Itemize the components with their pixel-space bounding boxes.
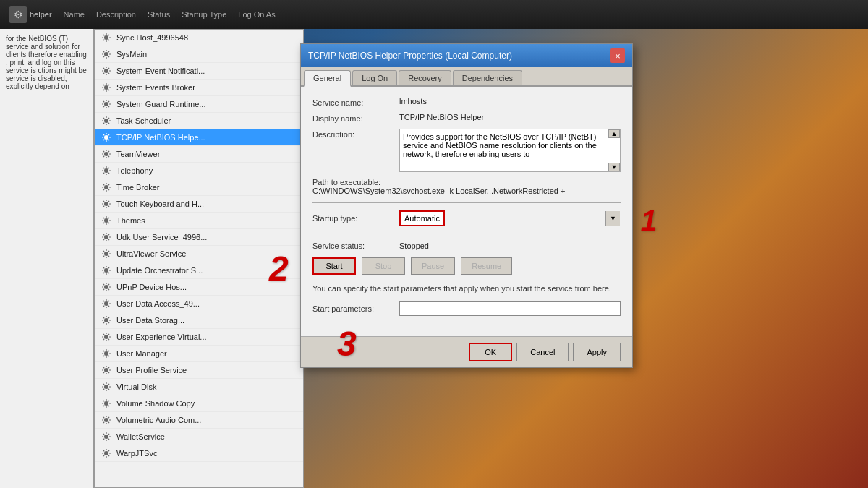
service-gear-icon	[101, 348, 112, 359]
service-gear-icon	[101, 431, 112, 442]
service-list-item[interactable]: WalletService	[95, 429, 303, 445]
svg-point-8	[104, 168, 109, 173]
stop-button[interactable]: Stop	[362, 257, 405, 275]
service-list-item[interactable]: TCP/IP NetBIOS Helpe...	[95, 129, 303, 146]
svg-point-3	[104, 85, 109, 90]
taskbar-item-helper[interactable]: ⚙ helper	[4, 2, 58, 27]
service-list-item[interactable]: TeamViewer	[95, 146, 303, 163]
service-list-item[interactable]: User Experience Virtual...	[95, 329, 303, 346]
service-name-text: Update Orchestrator S...	[116, 266, 203, 275]
tab-dependencies[interactable]: Dependencies	[453, 70, 522, 85]
ok-button[interactable]: OK	[469, 343, 512, 361]
taskbar-top: ⚙ helper Name Description Status Startup…	[0, 0, 868, 29]
service-name-text: UltraViewer Service	[116, 249, 186, 258]
cancel-button[interactable]: Cancel	[516, 343, 569, 361]
service-list-item[interactable]: Time Broker	[95, 179, 303, 196]
service-name-text: Sync Host_4996548	[116, 33, 188, 42]
dialog-tabs: General Log On Recovery Dependencies	[301, 67, 632, 87]
params-input[interactable]	[399, 301, 621, 316]
svg-point-15	[104, 285, 109, 289]
service-list-item[interactable]: User Data Access_49...	[95, 296, 303, 312]
svg-point-21	[104, 385, 109, 389]
properties-dialog: TCP/IP NetBIOS Helper Properties (Local …	[300, 43, 633, 368]
service-list-item[interactable]: System Events Broker	[95, 80, 303, 96]
description-box: Provides support for the NetBIOS over TC…	[399, 129, 621, 172]
service-list-item[interactable]: SysMain	[95, 46, 303, 63]
service-name-label: Service name:	[312, 97, 399, 107]
svg-point-22	[104, 401, 109, 406]
service-list-item[interactable]: WarpJTSvc	[95, 445, 303, 462]
taskbar-col-name: Name	[58, 2, 90, 27]
service-gear-icon	[101, 65, 112, 77]
startup-select[interactable]: Automatic	[399, 210, 445, 226]
dialog-close-button[interactable]: ×	[610, 48, 625, 63]
dialog-content: Service name: lmhosts Display name: TCP/…	[301, 87, 632, 336]
service-gear-icon	[101, 98, 112, 110]
service-name-value: lmhosts	[399, 97, 621, 106]
service-list-item[interactable]: Volume Shadow Copy	[95, 395, 303, 412]
svg-point-18	[104, 335, 109, 339]
service-list-item[interactable]: User Manager	[95, 346, 303, 362]
svg-point-13	[104, 252, 109, 256]
svg-point-0	[104, 35, 109, 40]
service-name-text: Task Scheduler	[116, 116, 171, 125]
description-row: Description: Provides support for the Ne…	[312, 129, 621, 172]
service-gear-icon	[101, 231, 112, 243]
service-gear-icon	[101, 381, 112, 393]
service-list-item[interactable]: User Profile Service	[95, 362, 303, 379]
service-gear-icon	[101, 248, 112, 260]
service-gear-icon	[101, 265, 112, 276]
service-list-item[interactable]: User Data Storag...	[95, 312, 303, 329]
service-name-text: Volume Shadow Copy	[116, 399, 195, 408]
start-button[interactable]: Start	[312, 257, 356, 275]
tab-general[interactable]: General	[304, 70, 351, 87]
startup-row: Startup type: Automatic ▼ 1	[312, 210, 621, 226]
service-name-text: User Profile Service	[116, 366, 187, 374]
service-list-item[interactable]: System Event Notificati...	[95, 63, 303, 80]
service-list-item[interactable]: System Guard Runtime...	[95, 96, 303, 113]
resume-button[interactable]: Resume	[461, 257, 512, 275]
path-section: Path to executable: C:\WINDOWS\System32\…	[312, 178, 621, 195]
service-gear-icon	[101, 32, 112, 43]
tab-logon[interactable]: Log On	[352, 70, 397, 85]
service-list-item[interactable]: Task Scheduler	[95, 113, 303, 129]
service-list-item[interactable]: Telephony	[95, 163, 303, 179]
apply-button[interactable]: Apply	[573, 343, 621, 361]
params-label: Start parameters:	[312, 304, 399, 313]
service-gear-icon	[101, 82, 112, 93]
display-name-label: Display name:	[312, 113, 399, 123]
svg-point-19	[104, 351, 109, 356]
svg-point-1	[104, 52, 109, 56]
service-name-text: System Events Broker	[116, 83, 195, 92]
service-name-text: Udk User Service_4996...	[116, 233, 207, 241]
service-name-text: WarpJTSvc	[116, 449, 157, 458]
service-list-item[interactable]: Volumetric Audio Com...	[95, 412, 303, 429]
service-list-item[interactable]: Touch Keyboard and H...	[95, 196, 303, 213]
service-list-item[interactable]: Virtual Disk	[95, 379, 303, 395]
taskbar-col-logon: Log On As	[232, 2, 281, 27]
service-gear-icon	[101, 398, 112, 409]
service-gear-icon	[101, 281, 112, 293]
taskbar-col-status: Status	[142, 2, 176, 27]
svg-point-11	[104, 218, 109, 223]
svg-point-10	[104, 202, 109, 206]
tab-recovery[interactable]: Recovery	[399, 70, 451, 85]
service-gear-icon	[101, 215, 112, 226]
service-list-item[interactable]: Sync Host_4996548	[95, 30, 303, 46]
display-name-value: TCP/IP NetBIOS Helper	[399, 113, 621, 121]
service-gear-icon	[101, 132, 112, 143]
service-name-text: SysMain	[116, 50, 147, 59]
dialog-overlay: TCP/IP NetBIOS Helper Properties (Local …	[300, 43, 633, 368]
pause-button[interactable]: Pause	[411, 257, 455, 275]
desc-scroll-down[interactable]: ▼	[608, 163, 620, 171]
service-name-text: Telephony	[116, 166, 153, 175]
desc-scroll-up[interactable]: ▲	[608, 129, 620, 138]
description-label: Description:	[312, 129, 399, 139]
service-name-text: Themes	[116, 216, 145, 225]
desktop: ⚙ helper Name Description Status Startup…	[0, 0, 868, 488]
dialog-footer: 3 OK Cancel Apply	[301, 336, 632, 367]
service-gear-icon	[101, 331, 112, 343]
service-name-text: Time Broker	[116, 183, 160, 192]
service-list-item[interactable]: Udk User Service_4996...	[95, 229, 303, 246]
service-list-item[interactable]: Themes	[95, 213, 303, 229]
